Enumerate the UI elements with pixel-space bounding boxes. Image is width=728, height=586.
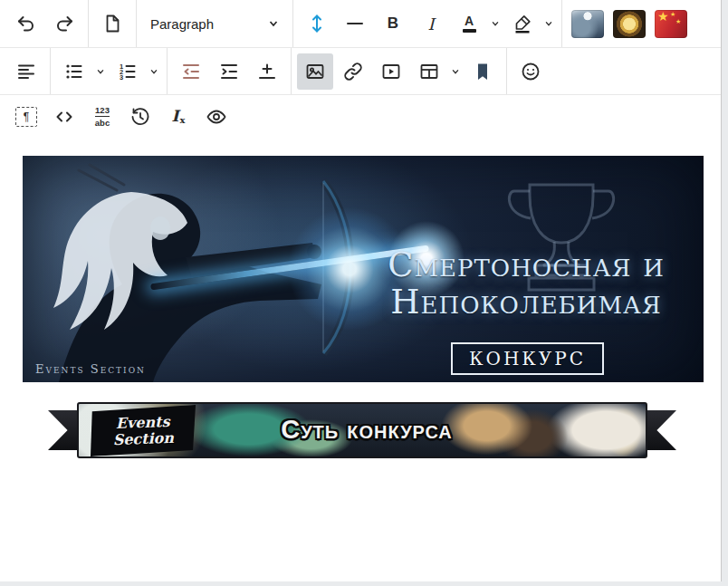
chevron-down-icon [149,67,158,76]
toolbar-separator [506,48,507,94]
link-icon [342,61,364,82]
horizontal-rule-button[interactable] [337,5,373,42]
chevron-down-icon [96,67,105,76]
chevron-down-icon [268,18,279,29]
toolbar-separator [167,48,168,94]
numbered-list-menu-chevron[interactable] [147,53,160,90]
editor-frame: Paragraph B I A [0,0,722,581]
svg-text:3: 3 [120,72,123,81]
line-height-button[interactable] [299,5,335,42]
text-color-menu-chevron[interactable] [488,5,502,42]
undo-button[interactable] [8,5,44,42]
highlight-color-menu-chevron[interactable] [541,5,555,42]
show-blocks-icon: ¶ [15,107,37,127]
image-icon [304,61,326,82]
preview-button[interactable] [198,99,235,135]
frost-hero-emote-icon [571,10,604,38]
code-icon [53,106,75,128]
numbered-list-icon: 123 [117,61,139,82]
anchor-button[interactable] [465,53,501,90]
decrease-indent-icon [180,61,202,82]
banner-contest-button: КОНКУРС [451,342,604,375]
insert-link-button[interactable] [335,53,371,90]
highlighter-icon [512,13,533,34]
star-icon: ★ [675,18,681,25]
undo-icon [15,13,37,34]
increase-indent-icon [218,61,240,82]
letters-label: abc [95,116,110,127]
numbers-letters-icon: 123 abc [95,106,110,127]
toolbar-separator [50,48,51,94]
banner-corner-label: Events Section [35,362,146,376]
source-code-button[interactable] [46,99,82,135]
align-left-icon [15,61,37,82]
text-color-swatch [463,29,476,33]
gold-coin-emote-icon [613,10,646,38]
chevron-down-icon [451,67,460,76]
redo-button[interactable] [46,5,82,42]
editor-canvas[interactable]: Смертоносная и Непоколебимая КОНКУРС Eve… [0,138,721,581]
italic-glyph: I [427,14,434,34]
banner-title-line2: Непоколебимая [349,283,704,321]
bullet-list-menu-chevron[interactable] [93,53,107,90]
history-clock-icon [129,106,151,128]
insert-media-button[interactable] [373,53,409,90]
ribbon-banner-image[interactable]: Events Section Суть конкурса [50,402,675,458]
toolbar-separator [561,0,562,47]
star-icon: ★ [670,11,675,18]
toolbar-row-2: 123 [0,48,721,95]
table-menu-chevron[interactable] [448,53,462,90]
toolbar-separator [292,0,293,47]
chevron-down-icon [491,19,500,28]
numbered-list-button[interactable]: 123 [110,53,146,90]
line-height-icon [306,13,328,34]
increase-indent-button[interactable] [211,53,247,90]
toolbar-separator [291,48,292,94]
bullet-list-icon [63,61,85,82]
new-document-button[interactable] [94,5,130,42]
restore-draft-button[interactable] [122,99,158,135]
text-color-button[interactable]: A [451,5,487,42]
bullet-list-button[interactable] [56,53,92,90]
gold-coin-emote-button[interactable] [609,5,649,42]
toolbar-row-3: ¶ 123 abc I x [0,95,721,138]
pilcrow-glyph: ¶ [24,110,29,123]
media-icon [380,61,402,82]
character-count-button[interactable]: 123 abc [84,99,120,135]
bold-button[interactable]: B [375,5,411,42]
chevron-down-icon [544,19,553,28]
highlight-color-button[interactable] [504,5,541,42]
new-document-icon [101,13,123,34]
ribbon-band: Events Section Суть конкурса [77,402,647,458]
horizontal-rule-icon [344,13,366,34]
banner-title-line1: Смертоносная и [349,246,704,283]
frost-hero-emote-button[interactable] [568,5,608,42]
redo-icon [53,13,75,34]
insert-image-button[interactable] [297,53,333,90]
star-icon: ★ [657,10,669,26]
italic-button[interactable]: I [413,5,449,42]
contest-banner-image[interactable]: Смертоносная и Непоколебимая КОНКУРС Eve… [23,156,704,382]
eye-icon [206,106,227,128]
toolbar-row-1: Paragraph B I A [0,0,721,48]
decrease-indent-button[interactable] [173,53,209,90]
clear-formatting-main-glyph: I [172,109,179,124]
red-flag-emote-icon: ★ ★ ★ [655,10,687,38]
insert-table-button[interactable] [411,53,447,90]
emoticons-button[interactable] [512,53,549,90]
insert-plus-icon [256,61,278,82]
format-dropdown[interactable]: Paragraph [141,5,288,42]
clear-formatting-icon: I x [172,109,186,124]
align-left-button[interactable] [8,53,44,90]
table-icon [418,61,440,82]
ribbon-label-line2: Section [112,429,174,447]
toolbar-separator [136,0,137,47]
ribbon-title: Суть конкурса [178,415,555,445]
clear-formatting-button[interactable]: I x [160,99,196,135]
numbers-label: 123 [95,106,110,115]
smiley-icon [520,61,541,82]
insert-content-button[interactable] [249,53,285,90]
bold-glyph: B [388,14,398,33]
show-blocks-button[interactable]: ¶ [8,99,44,135]
red-flag-emote-button[interactable]: ★ ★ ★ [651,5,691,42]
